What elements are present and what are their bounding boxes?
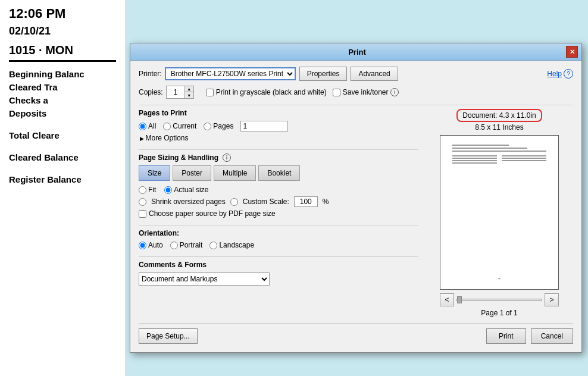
pages-radio-item[interactable]: Pages bbox=[204, 122, 233, 130]
current-radio-item[interactable]: Current bbox=[163, 122, 196, 130]
page-setup-button[interactable]: Page Setup... bbox=[139, 328, 198, 344]
preview-mini-7 bbox=[502, 160, 546, 161]
bg-item-2: Cleared Tra bbox=[9, 82, 116, 92]
auto-radio[interactable] bbox=[139, 242, 146, 249]
landscape-radio-label: Landscape bbox=[219, 241, 254, 249]
comments-section: Comments & Forms Document and Markups bbox=[139, 261, 418, 286]
bottom-row: Page Setup... Print Cancel bbox=[139, 323, 573, 344]
preview-dash: - bbox=[498, 274, 501, 283]
grayscale-checkbox[interactable] bbox=[206, 89, 214, 96]
help-link[interactable]: Help bbox=[547, 70, 562, 78]
preview-line-1 bbox=[452, 145, 509, 146]
custom-radio[interactable] bbox=[230, 198, 238, 206]
booklet-button[interactable]: Booklet bbox=[258, 165, 300, 181]
print-dialog: Print ✕ Printer: Brother MFC-L2750DW ser… bbox=[130, 43, 582, 353]
save-ink-info-icon: i bbox=[390, 88, 399, 96]
current-radio-label: Current bbox=[173, 122, 196, 130]
comments-select[interactable]: Document and Markups bbox=[139, 272, 270, 286]
preview-box: - bbox=[440, 135, 559, 290]
copies-label: Copies: bbox=[139, 88, 163, 96]
copies-down-button[interactable]: ▼ bbox=[185, 92, 193, 98]
bg-item-3: Checks a bbox=[9, 95, 116, 105]
preview-mini-5 bbox=[502, 155, 546, 156]
pages-radio[interactable] bbox=[204, 123, 211, 130]
all-radio[interactable] bbox=[139, 123, 146, 130]
preview-block bbox=[452, 155, 546, 165]
bottom-right-buttons: Print Cancel bbox=[486, 328, 573, 344]
shrink-label: Shrink oversized pages bbox=[151, 198, 226, 206]
printer-label: Printer: bbox=[139, 70, 162, 78]
fit-radio-item[interactable]: Fit bbox=[139, 186, 156, 194]
left-panel: Pages to Print All Current Pages bbox=[139, 109, 418, 317]
copies-spinners: ▲ ▼ bbox=[184, 86, 193, 98]
pdf-source-label: Choose paper source by PDF page size bbox=[149, 209, 276, 218]
cancel-button[interactable]: Cancel bbox=[531, 328, 573, 344]
title-bar: Print ✕ bbox=[130, 43, 581, 61]
portrait-radio[interactable] bbox=[170, 242, 178, 249]
properties-button[interactable]: Properties bbox=[299, 67, 348, 81]
fit-radio-label: Fit bbox=[148, 186, 156, 194]
orientation-radio-row: Auto Portrait Landscape bbox=[139, 241, 418, 249]
preview-mini-2 bbox=[452, 158, 497, 159]
pages-radio-row: All Current Pages bbox=[139, 121, 418, 131]
fit-row: Fit Actual size bbox=[139, 186, 418, 194]
auto-radio-item[interactable]: Auto bbox=[139, 241, 163, 249]
main-content: Pages to Print All Current Pages bbox=[139, 109, 573, 317]
portrait-radio-item[interactable]: Portrait bbox=[170, 241, 203, 249]
divider-2 bbox=[139, 149, 418, 150]
bg-item-6: Cleared Balance bbox=[9, 152, 116, 162]
actual-radio[interactable] bbox=[164, 186, 172, 194]
bg-item-7: Register Balance bbox=[9, 174, 116, 184]
printer-row: Printer: Brother MFC-L2750DW series Prin… bbox=[139, 67, 573, 81]
nav-next-button[interactable]: > bbox=[545, 293, 559, 306]
print-button[interactable]: Print bbox=[486, 328, 526, 344]
copies-input[interactable] bbox=[167, 86, 184, 98]
doc-size-wrap: Document: 4.3 x 11.0in bbox=[456, 109, 542, 123]
pages-number-input[interactable] bbox=[240, 121, 288, 131]
nav-thumb bbox=[457, 296, 462, 303]
actual-radio-item[interactable]: Actual size bbox=[164, 186, 208, 194]
save-ink-checkbox[interactable] bbox=[333, 89, 340, 96]
all-radio-item[interactable]: All bbox=[139, 122, 156, 130]
sizing-title-text: Page Sizing & Handling bbox=[139, 153, 218, 162]
sizing-info-icon: i bbox=[223, 153, 231, 162]
auto-radio-label: Auto bbox=[148, 241, 163, 249]
custom-scale-input[interactable] bbox=[294, 196, 318, 207]
copies-input-wrap: ▲ ▼ bbox=[166, 86, 194, 99]
pdf-source-checkbox[interactable] bbox=[139, 210, 146, 218]
fit-radio[interactable] bbox=[139, 186, 146, 194]
preview-line-2 bbox=[452, 148, 527, 149]
multiple-button[interactable]: Multiple bbox=[214, 165, 256, 181]
divider-1 bbox=[139, 105, 573, 105]
right-panel: Document: 4.3 x 11.0in 8.5 x 11 Inches bbox=[426, 109, 573, 317]
pages-radio-label: Pages bbox=[213, 122, 233, 130]
poster-button[interactable]: Poster bbox=[173, 165, 211, 181]
landscape-radio-item[interactable]: Landscape bbox=[209, 241, 254, 249]
nav-slider bbox=[456, 299, 542, 301]
size-button[interactable]: Size bbox=[139, 165, 170, 181]
bg-item-4: Deposits bbox=[9, 108, 116, 118]
grayscale-label: Print in grayscale (black and white) bbox=[216, 88, 327, 96]
actual-radio-label: Actual size bbox=[174, 186, 208, 194]
shrink-radio[interactable] bbox=[139, 198, 146, 206]
preview-content bbox=[452, 145, 546, 165]
comments-title: Comments & Forms bbox=[139, 261, 418, 269]
advanced-button[interactable]: Advanced bbox=[351, 67, 398, 81]
pages-section-title: Pages to Print bbox=[139, 109, 418, 117]
bg-item-5: Total Cleare bbox=[9, 130, 116, 140]
more-options[interactable]: More Options bbox=[140, 134, 418, 142]
current-radio[interactable] bbox=[163, 123, 171, 130]
preview-col-1 bbox=[452, 155, 497, 165]
nav-row: < > bbox=[440, 293, 559, 306]
landscape-radio[interactable] bbox=[209, 242, 217, 249]
sizing-title: Page Sizing & Handling i bbox=[139, 153, 418, 162]
save-ink-row: Save ink/toner i bbox=[333, 88, 399, 96]
printer-select[interactable]: Brother MFC-L2750DW series Printer (redi… bbox=[165, 67, 296, 80]
copies-up-button[interactable]: ▲ bbox=[185, 86, 193, 92]
divider-4 bbox=[139, 256, 418, 257]
close-button[interactable]: ✕ bbox=[566, 46, 578, 58]
preview-line-3 bbox=[452, 151, 546, 152]
custom-scale-unit: % bbox=[323, 198, 329, 206]
nav-prev-button[interactable]: < bbox=[440, 293, 454, 306]
bg-time: 12:06 PM bbox=[9, 6, 116, 21]
